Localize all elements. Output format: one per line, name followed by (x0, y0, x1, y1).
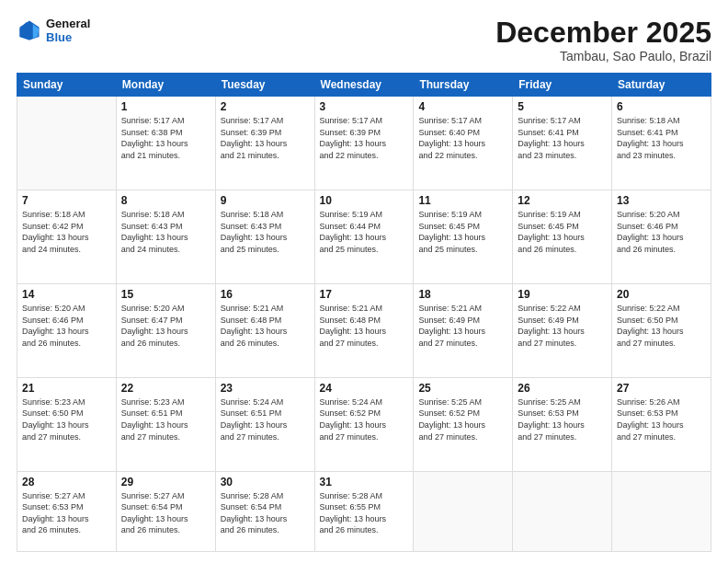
day-info: Sunrise: 5:17 AM Sunset: 6:39 PM Dayligh… (320, 115, 409, 161)
day-info: Sunrise: 5:20 AM Sunset: 6:46 PM Dayligh… (617, 209, 706, 255)
day-number: 28 (22, 476, 111, 488)
day-number: 10 (320, 194, 409, 207)
location-subtitle: Tambau, Sao Paulo, Brazil (495, 49, 711, 63)
day-number: 6 (617, 100, 706, 113)
day-number: 3 (320, 100, 409, 113)
calendar-cell: 16Sunrise: 5:21 AM Sunset: 6:48 PM Dayli… (215, 283, 314, 377)
day-number: 31 (320, 476, 409, 488)
day-number: 20 (617, 288, 706, 301)
week-row-4: 21Sunrise: 5:23 AM Sunset: 6:50 PM Dayli… (17, 377, 711, 471)
calendar-table: SundayMondayTuesdayWednesdayThursdayFrid… (17, 73, 711, 552)
day-number: 14 (22, 288, 111, 301)
weekday-header-monday: Monday (116, 74, 215, 97)
week-row-5: 28Sunrise: 5:27 AM Sunset: 6:53 PM Dayli… (17, 471, 711, 551)
calendar-cell: 20Sunrise: 5:22 AM Sunset: 6:50 PM Dayli… (612, 283, 711, 377)
page: General Blue December 2025 Tambau, Sao P… (0, 0, 728, 563)
calendar-cell: 1Sunrise: 5:17 AM Sunset: 6:38 PM Daylig… (116, 97, 215, 190)
calendar-cell: 26Sunrise: 5:25 AM Sunset: 6:53 PM Dayli… (513, 377, 612, 471)
svg-marker-2 (20, 22, 33, 40)
day-number: 17 (320, 288, 409, 301)
week-row-1: 1Sunrise: 5:17 AM Sunset: 6:38 PM Daylig… (17, 97, 711, 190)
day-number: 23 (221, 382, 310, 395)
header: General Blue December 2025 Tambau, Sao P… (17, 17, 711, 63)
day-info: Sunrise: 5:22 AM Sunset: 6:50 PM Dayligh… (617, 303, 706, 349)
calendar-cell: 29Sunrise: 5:27 AM Sunset: 6:54 PM Dayli… (116, 471, 215, 551)
day-number: 30 (221, 476, 310, 488)
day-number: 5 (518, 100, 607, 113)
day-info: Sunrise: 5:17 AM Sunset: 6:40 PM Dayligh… (418, 115, 507, 161)
logo-text: General Blue (46, 17, 90, 44)
calendar-cell: 4Sunrise: 5:17 AM Sunset: 6:40 PM Daylig… (414, 97, 513, 190)
day-info: Sunrise: 5:17 AM Sunset: 6:39 PM Dayligh… (221, 115, 310, 161)
calendar-cell (612, 471, 711, 551)
day-number: 12 (518, 194, 607, 207)
day-number: 25 (418, 382, 507, 395)
day-number: 22 (121, 382, 210, 395)
day-info: Sunrise: 5:17 AM Sunset: 6:38 PM Dayligh… (121, 115, 210, 161)
day-info: Sunrise: 5:17 AM Sunset: 6:41 PM Dayligh… (518, 115, 607, 161)
day-info: Sunrise: 5:19 AM Sunset: 6:44 PM Dayligh… (320, 209, 409, 255)
day-info: Sunrise: 5:18 AM Sunset: 6:41 PM Dayligh… (617, 115, 706, 161)
day-number: 2 (221, 100, 310, 113)
calendar-cell: 21Sunrise: 5:23 AM Sunset: 6:50 PM Dayli… (17, 377, 117, 471)
calendar-cell: 6Sunrise: 5:18 AM Sunset: 6:41 PM Daylig… (612, 97, 711, 190)
title-block: December 2025 Tambau, Sao Paulo, Brazil (495, 17, 711, 63)
day-info: Sunrise: 5:20 AM Sunset: 6:47 PM Dayligh… (121, 303, 210, 349)
day-info: Sunrise: 5:28 AM Sunset: 6:54 PM Dayligh… (221, 490, 310, 536)
day-info: Sunrise: 5:28 AM Sunset: 6:55 PM Dayligh… (320, 490, 409, 536)
day-number: 9 (221, 194, 310, 207)
weekday-header-thursday: Thursday (414, 74, 513, 97)
day-number: 29 (121, 476, 210, 488)
day-info: Sunrise: 5:22 AM Sunset: 6:49 PM Dayligh… (518, 303, 607, 349)
day-number: 8 (121, 194, 210, 207)
calendar-cell: 10Sunrise: 5:19 AM Sunset: 6:44 PM Dayli… (314, 190, 414, 284)
calendar-cell: 13Sunrise: 5:20 AM Sunset: 6:46 PM Dayli… (612, 190, 711, 284)
calendar-cell: 28Sunrise: 5:27 AM Sunset: 6:53 PM Dayli… (17, 471, 117, 551)
day-info: Sunrise: 5:25 AM Sunset: 6:53 PM Dayligh… (518, 396, 607, 442)
logo: General Blue (17, 17, 90, 44)
day-info: Sunrise: 5:18 AM Sunset: 6:43 PM Dayligh… (221, 209, 310, 255)
day-number: 7 (22, 194, 111, 207)
calendar-cell: 15Sunrise: 5:20 AM Sunset: 6:47 PM Dayli… (116, 283, 215, 377)
logo-icon (17, 17, 42, 43)
day-info: Sunrise: 5:23 AM Sunset: 6:51 PM Dayligh… (121, 396, 210, 442)
day-number: 26 (518, 382, 607, 395)
day-number: 4 (418, 100, 507, 113)
weekday-header-friday: Friday (513, 74, 612, 97)
day-number: 21 (22, 382, 111, 395)
calendar-cell: 8Sunrise: 5:18 AM Sunset: 6:43 PM Daylig… (116, 190, 215, 284)
day-number: 1 (121, 100, 210, 113)
weekday-header-wednesday: Wednesday (314, 74, 414, 97)
day-info: Sunrise: 5:24 AM Sunset: 6:52 PM Dayligh… (320, 396, 409, 442)
day-info: Sunrise: 5:24 AM Sunset: 6:51 PM Dayligh… (221, 396, 310, 442)
day-number: 18 (418, 288, 507, 301)
day-info: Sunrise: 5:21 AM Sunset: 6:49 PM Dayligh… (418, 303, 507, 349)
day-info: Sunrise: 5:21 AM Sunset: 6:48 PM Dayligh… (221, 303, 310, 349)
calendar-cell: 24Sunrise: 5:24 AM Sunset: 6:52 PM Dayli… (314, 377, 414, 471)
month-title: December 2025 (495, 17, 711, 49)
day-info: Sunrise: 5:21 AM Sunset: 6:48 PM Dayligh… (320, 303, 409, 349)
day-number: 13 (617, 194, 706, 207)
day-number: 11 (418, 194, 507, 207)
calendar-cell: 12Sunrise: 5:19 AM Sunset: 6:45 PM Dayli… (513, 190, 612, 284)
calendar-cell: 25Sunrise: 5:25 AM Sunset: 6:52 PM Dayli… (414, 377, 513, 471)
calendar-cell: 9Sunrise: 5:18 AM Sunset: 6:43 PM Daylig… (215, 190, 314, 284)
calendar-cell: 19Sunrise: 5:22 AM Sunset: 6:49 PM Dayli… (513, 283, 612, 377)
calendar-cell: 5Sunrise: 5:17 AM Sunset: 6:41 PM Daylig… (513, 97, 612, 190)
calendar-cell (513, 471, 612, 551)
day-info: Sunrise: 5:18 AM Sunset: 6:42 PM Dayligh… (22, 209, 111, 255)
day-info: Sunrise: 5:18 AM Sunset: 6:43 PM Dayligh… (121, 209, 210, 255)
calendar-cell: 22Sunrise: 5:23 AM Sunset: 6:51 PM Dayli… (116, 377, 215, 471)
day-info: Sunrise: 5:27 AM Sunset: 6:54 PM Dayligh… (121, 490, 210, 536)
day-info: Sunrise: 5:19 AM Sunset: 6:45 PM Dayligh… (518, 209, 607, 255)
day-number: 19 (518, 288, 607, 301)
calendar-cell: 2Sunrise: 5:17 AM Sunset: 6:39 PM Daylig… (215, 97, 314, 190)
day-number: 24 (320, 382, 409, 395)
calendar-cell (414, 471, 513, 551)
day-info: Sunrise: 5:20 AM Sunset: 6:46 PM Dayligh… (22, 303, 111, 349)
day-info: Sunrise: 5:27 AM Sunset: 6:53 PM Dayligh… (22, 490, 111, 536)
day-info: Sunrise: 5:26 AM Sunset: 6:53 PM Dayligh… (617, 396, 706, 442)
calendar-cell: 7Sunrise: 5:18 AM Sunset: 6:42 PM Daylig… (17, 190, 117, 284)
calendar-cell: 31Sunrise: 5:28 AM Sunset: 6:55 PM Dayli… (314, 471, 414, 551)
calendar-cell: 27Sunrise: 5:26 AM Sunset: 6:53 PM Dayli… (612, 377, 711, 471)
